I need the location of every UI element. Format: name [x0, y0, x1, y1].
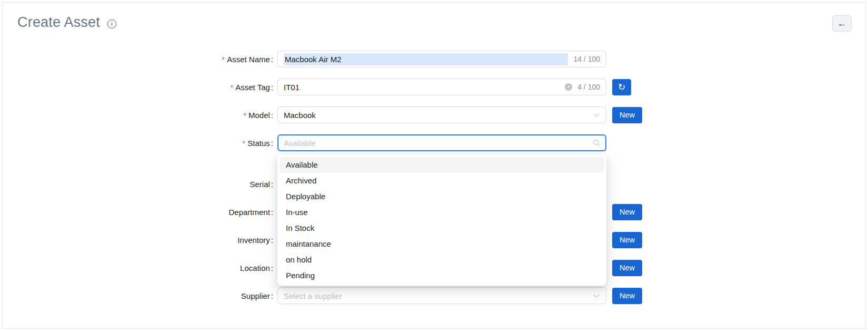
- create-asset-form: *Asset Name: Macbook Air M2 14 / 100 *As…: [3, 51, 865, 304]
- asset-name-label: *Asset Name:: [3, 55, 277, 64]
- clear-icon[interactable]: ×: [565, 83, 572, 91]
- department-label: Department:: [3, 208, 277, 217]
- asset-name-input[interactable]: Macbook Air M2 14 / 100: [277, 51, 606, 67]
- label-colon: :: [271, 111, 273, 120]
- required-mark: *: [222, 55, 225, 64]
- model-value: Macbook: [284, 111, 591, 120]
- label-colon: :: [271, 55, 273, 64]
- refresh-icon: ↻: [618, 82, 625, 93]
- status-label-text: Status: [247, 139, 270, 148]
- asset-tag-value: IT01: [284, 83, 562, 92]
- supplier-label-text: Supplier: [241, 291, 270, 300]
- asset-name-label-text: Asset Name: [227, 55, 270, 64]
- label-colon: :: [271, 208, 273, 217]
- asset-tag-label: *Asset Tag:: [3, 83, 277, 92]
- asset-name-counter: 14 / 100: [573, 55, 600, 63]
- inventory-label-text: Inventory: [237, 236, 270, 245]
- search-icon: [593, 139, 600, 147]
- status-placeholder: Available: [284, 139, 590, 148]
- location-label-text: Location: [240, 264, 270, 272]
- status-option-available[interactable]: Available: [280, 157, 604, 173]
- label-colon: :: [271, 264, 273, 272]
- create-asset-page: Create Asset i ← *Asset Name: Macbook Ai…: [2, 2, 866, 329]
- location-label: Location:: [3, 264, 277, 272]
- new-inventory-button[interactable]: New: [612, 232, 642, 248]
- asset-tag-label-text: Asset Tag: [235, 83, 270, 92]
- label-colon: :: [271, 291, 273, 300]
- model-label: *Model:: [3, 111, 277, 120]
- page-title: Create Asset: [17, 14, 100, 31]
- form-row-model: *Model: Macbook New: [3, 106, 865, 123]
- required-mark: *: [242, 139, 245, 148]
- info-icon-glyph: i: [111, 21, 112, 27]
- status-option-in-stock[interactable]: In Stock: [280, 220, 604, 236]
- supplier-select[interactable]: Select a supplier: [277, 287, 606, 304]
- status-option-in-use[interactable]: In-use: [280, 205, 604, 220]
- new-department-button[interactable]: New: [612, 204, 642, 220]
- status-option-deployable[interactable]: Deployable: [280, 189, 604, 205]
- asset-name-value: Macbook Air M2: [284, 53, 568, 65]
- new-model-button[interactable]: New: [612, 107, 642, 123]
- status-option-archived[interactable]: Archived: [280, 173, 604, 189]
- label-colon: :: [271, 83, 273, 92]
- label-colon: :: [271, 236, 273, 245]
- department-label-text: Department: [228, 208, 270, 217]
- model-select[interactable]: Macbook: [277, 106, 606, 123]
- asset-tag-counter: 4 / 100: [577, 83, 600, 91]
- status-label: *Status:: [3, 139, 277, 148]
- serial-label-text: Serial: [250, 180, 270, 189]
- page-header: Create Asset i: [3, 3, 865, 31]
- required-mark: *: [243, 111, 246, 120]
- new-supplier-button[interactable]: New: [612, 288, 642, 304]
- new-location-button[interactable]: New: [612, 260, 642, 276]
- status-option-pending[interactable]: Pending: [280, 268, 604, 284]
- form-row-asset-name: *Asset Name: Macbook Air M2 14 / 100: [3, 51, 865, 67]
- form-row-status: *Status: Available Available Archived De…: [3, 134, 865, 151]
- info-icon[interactable]: i: [107, 20, 116, 28]
- back-button[interactable]: ←: [832, 15, 852, 32]
- status-option-maintanance[interactable]: maintanance: [280, 236, 604, 252]
- label-colon: :: [271, 139, 273, 148]
- status-select[interactable]: Available: [277, 134, 606, 151]
- inventory-label: Inventory:: [3, 236, 277, 245]
- status-option-on-hold[interactable]: on hold: [280, 252, 604, 268]
- generate-asset-tag-button[interactable]: ↻: [612, 79, 631, 95]
- form-row-supplier: Supplier: Select a supplier New: [3, 287, 865, 304]
- clear-icon-glyph: ×: [567, 84, 570, 90]
- supplier-label: Supplier:: [3, 291, 277, 300]
- required-mark: *: [230, 83, 233, 92]
- model-label-text: Model: [248, 111, 270, 120]
- form-row-asset-tag: *Asset Tag: IT01 × 4 / 100 ↻: [3, 79, 865, 95]
- asset-tag-input[interactable]: IT01 × 4 / 100: [277, 79, 606, 95]
- status-dropdown: Available Archived Deployable In-use In …: [277, 155, 606, 286]
- chevron-down-icon: [593, 291, 599, 297]
- label-colon: :: [271, 180, 273, 189]
- back-arrow-icon: ←: [837, 18, 846, 29]
- supplier-placeholder: Select a supplier: [284, 291, 591, 300]
- serial-label: Serial:: [3, 180, 277, 189]
- chevron-down-icon: [593, 111, 599, 116]
